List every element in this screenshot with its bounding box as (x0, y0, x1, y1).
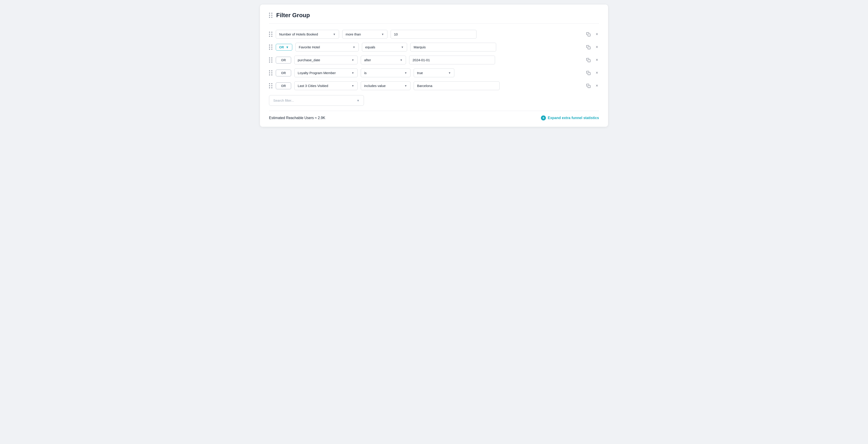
filter-operator-select[interactable]: is ▼ (361, 68, 410, 77)
search-filter-row: ▼ (269, 95, 599, 106)
card-footer: Estimated Reachable Users ≈ 2.9K + Expan… (269, 111, 599, 121)
svg-rect-3 (588, 72, 590, 75)
filter-field-label: purchase_date (298, 58, 320, 62)
close-icon: × (596, 58, 598, 62)
close-icon: × (596, 32, 598, 37)
filter-operator-label: equals (365, 45, 375, 49)
copy-button[interactable] (585, 70, 592, 76)
row-drag-handle[interactable] (269, 83, 273, 88)
delete-button[interactable]: × (595, 57, 599, 63)
filter-row: OR ▼ Favorite Hotel ▼ equals ▼ (269, 43, 599, 52)
chevron-down-icon: ▼ (400, 59, 403, 62)
copy-button[interactable] (585, 31, 592, 37)
delete-button[interactable]: × (595, 70, 599, 76)
filter-field-label: Favorite Hotel (299, 45, 320, 49)
filter-value-input[interactable] (391, 30, 476, 39)
chevron-down-icon: ▼ (351, 71, 354, 74)
filter-row: OR Last 3 Cities Visitied ▼ includes val… (269, 81, 599, 90)
chevron-down-icon: ▼ (448, 71, 451, 74)
row-actions: × (581, 57, 599, 63)
chevron-down-icon: ▼ (352, 45, 355, 49)
row-actions: × (581, 31, 599, 37)
chevron-down-icon: ▼ (286, 45, 289, 49)
chevron-down-icon: ▼ (351, 59, 354, 62)
filter-operator-label: is (364, 71, 367, 75)
row-drag-handle[interactable] (269, 44, 273, 50)
filter-field-label: Number of Hotels Booked (279, 32, 318, 36)
filter-value-label: true (417, 71, 423, 75)
close-icon: × (596, 45, 598, 50)
expand-funnel-link[interactable]: + Expand extra funnel statistics (541, 116, 599, 121)
or-connector-badge[interactable]: OR ▼ (276, 44, 292, 51)
filter-operator-select[interactable]: after ▼ (361, 56, 406, 64)
filter-field-select[interactable]: Number of Hotels Booked ▼ (276, 30, 339, 39)
filter-value-input[interactable] (414, 81, 500, 90)
filter-operator-label: more than (346, 32, 361, 36)
filter-field-label: Loyalty Program Member (298, 71, 336, 75)
svg-rect-4 (588, 85, 590, 88)
chevron-down-icon: ▼ (404, 71, 407, 74)
card-header: Filter Group (269, 12, 599, 24)
filter-row: OR purchase_date ▼ after ▼ (269, 56, 599, 64)
copy-button[interactable] (585, 83, 592, 89)
filter-value-input[interactable] (409, 56, 495, 64)
chevron-down-icon: ▼ (401, 45, 404, 49)
filter-operator-label: after (364, 58, 371, 62)
filter-field-select[interactable]: Last 3 Cities Visitied ▼ (294, 81, 358, 90)
filter-field-label: Last 3 Cities Visitied (298, 84, 328, 88)
or-connector-badge[interactable]: OR (276, 57, 291, 63)
delete-button[interactable]: × (595, 44, 599, 51)
filter-operator-select[interactable]: more than ▼ (342, 30, 388, 39)
filter-value-select[interactable]: true ▼ (414, 68, 454, 77)
filter-row: Number of Hotels Booked ▼ more than ▼ × (269, 30, 599, 39)
page-title: Filter Group (276, 12, 310, 19)
plus-circle-icon: + (541, 116, 546, 121)
svg-rect-2 (588, 59, 590, 62)
copy-button[interactable] (585, 57, 592, 63)
or-connector-badge[interactable]: OR (276, 83, 291, 89)
or-label: OR (279, 45, 284, 49)
filter-value-input[interactable] (410, 43, 496, 52)
or-label: OR (281, 71, 286, 75)
filter-operator-select[interactable]: includes value ▼ (361, 81, 410, 90)
close-icon: × (596, 70, 598, 75)
close-icon: × (596, 84, 598, 88)
row-actions: × (581, 83, 599, 89)
or-label: OR (281, 84, 286, 88)
or-label: OR (281, 58, 286, 62)
filter-group-card: Filter Group Number of Hotels Booked ▼ m… (260, 4, 608, 127)
delete-button[interactable]: × (595, 31, 599, 37)
chevron-down-icon: ▼ (356, 99, 360, 102)
row-drag-handle[interactable] (269, 57, 273, 63)
copy-button[interactable] (585, 44, 592, 51)
row-drag-handle[interactable] (269, 70, 273, 75)
filter-operator-label: includes value (364, 84, 385, 88)
filter-rows-container: Number of Hotels Booked ▼ more than ▼ × (269, 30, 599, 90)
delete-button[interactable]: × (595, 83, 599, 89)
svg-rect-1 (588, 46, 590, 49)
search-filter-container[interactable]: ▼ (269, 95, 364, 106)
or-connector-badge[interactable]: OR (276, 70, 291, 76)
chevron-down-icon: ▼ (404, 84, 407, 88)
row-drag-handle[interactable] (269, 32, 273, 37)
header-drag-handle[interactable] (269, 13, 273, 18)
filter-field-select[interactable]: purchase_date ▼ (294, 56, 358, 64)
expand-funnel-label: Expand extra funnel statistics (548, 116, 599, 120)
filter-row: OR Loyalty Program Member ▼ is ▼ true ▼ (269, 68, 599, 77)
svg-rect-0 (588, 34, 590, 36)
row-actions: × (581, 44, 599, 51)
filter-operator-select[interactable]: equals ▼ (362, 43, 407, 52)
chevron-down-icon: ▼ (351, 84, 354, 88)
search-filter-input[interactable] (273, 98, 356, 102)
filter-field-select[interactable]: Favorite Hotel ▼ (296, 43, 359, 52)
row-actions: × (581, 70, 599, 76)
filter-field-select[interactable]: Loyalty Program Member ▼ (294, 68, 358, 77)
estimated-users-label: Estimated Reachable Users ≈ 2.9K (269, 116, 325, 120)
chevron-down-icon: ▼ (333, 33, 336, 36)
chevron-down-icon: ▼ (381, 33, 384, 36)
